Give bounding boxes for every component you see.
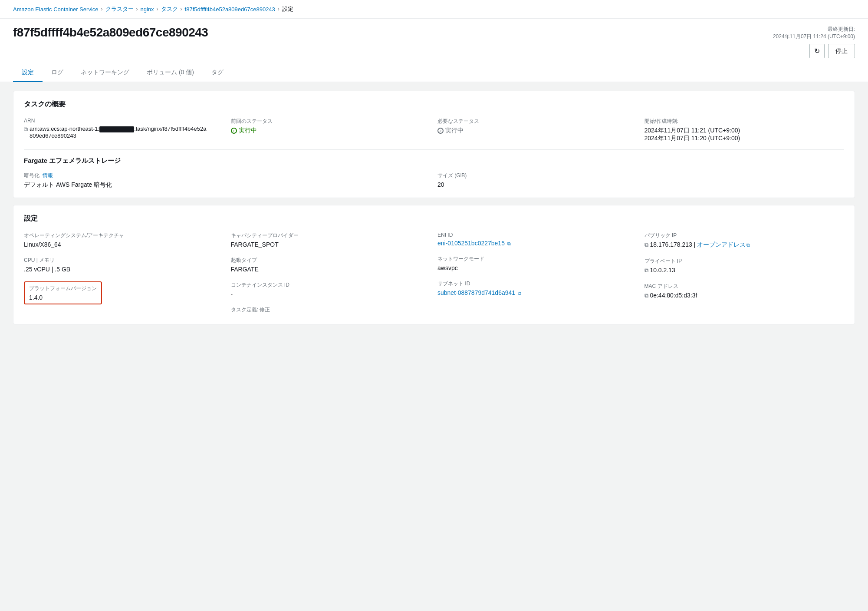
private-ip-text: 10.0.2.13 <box>650 267 675 274</box>
network-mode-label: ネットワークモード <box>437 255 638 263</box>
cpu-memory-label: CPU | メモリ <box>24 257 224 264</box>
fargate-storage-title: Fargate エフェメラルストレージ <box>24 157 844 165</box>
network-mode-item: ネットワークモード awsvpc <box>437 255 638 271</box>
settings-col4: パブリック IP ⧉ 18.176.178.213 | オープンアドレス⧉ プラ… <box>644 232 845 315</box>
storage-size-value: 20 <box>437 181 844 188</box>
encryption-info-link[interactable]: 情報 <box>43 172 53 178</box>
task-definition-label: タスク定義: 修正 <box>231 306 431 314</box>
breadcrumb-nginx-link[interactable]: nginx <box>141 6 154 13</box>
subnet-id-item: サブネット ID subnet-0887879d741d6a941 ⧉ <box>437 280 638 296</box>
launch-type-item: 起動タイプ FARGATE <box>231 257 431 273</box>
previous-status-label: 前回のステータス <box>231 118 431 125</box>
container-instance-label: コンテナインスタンス ID <box>231 281 431 289</box>
settings-col2: キャパシティープロバイダー FARGATE_SPOT 起動タイプ FARGATE… <box>231 232 431 315</box>
open-address-ext-icon: ⧉ <box>746 242 750 248</box>
capacity-provider-item: キャパシティープロバイダー FARGATE_SPOT <box>231 232 431 248</box>
start-time-label: 開始/作成時刻: <box>644 118 845 125</box>
copy-private-ip-icon[interactable]: ⧉ <box>644 267 648 274</box>
tabs: 設定 ログ ネットワーキング ボリューム (0 個) タグ <box>13 64 855 82</box>
container-instance-value: - <box>231 291 431 297</box>
platform-version-box: プラットフォームバージョン 1.4.0 <box>24 281 102 304</box>
eni-id-link[interactable]: eni-0105251bc0227be15 <box>437 240 505 247</box>
previous-status-item: 前回のステータス 実行中 <box>231 118 431 142</box>
container-instance-item: コンテナインスタンス ID - <box>231 281 431 297</box>
capacity-provider-value: FARGATE_SPOT <box>231 241 431 248</box>
subnet-id-label: サブネット ID <box>437 280 638 287</box>
os-arch-label: オペレーティングシステム/アーキテクチャ <box>24 232 224 239</box>
breadcrumb-sep-3: › <box>157 6 158 12</box>
breadcrumb-cluster-link[interactable]: クラスター <box>105 5 134 13</box>
settings-col1: オペレーティングシステム/アーキテクチャ Linux/X86_64 CPU | … <box>24 232 224 315</box>
stop-button[interactable]: 停止 <box>828 44 855 58</box>
task-definition-item: タスク定義: 修正 <box>231 306 431 315</box>
start-time-value2: 2024年11月07日 11:20 (UTC+9:00) <box>644 135 845 142</box>
settings-card: 設定 オペレーティングシステム/アーキテクチャ Linux/X86_64 CPU… <box>13 205 855 324</box>
copy-mac-icon[interactable]: ⧉ <box>644 292 648 299</box>
private-ip-item: プライベート IP ⧉ 10.0.2.13 <box>644 258 845 274</box>
capacity-provider-label: キャパシティープロバイダー <box>231 232 431 239</box>
breadcrumb: Amazon Elastic Container Service › クラスター… <box>0 0 868 19</box>
required-status-item: 必要なステータス 実行中 <box>437 118 638 142</box>
breadcrumb-task-id-link[interactable]: f87f5dffff4b4e52a809ed67ce890243 <box>185 6 275 13</box>
mac-address-label: MAC アドレス <box>644 283 845 290</box>
private-ip-value: ⧉ 10.0.2.13 <box>644 267 845 274</box>
mac-address-item: MAC アドレス ⧉ 0e:44:80:d5:d3:3f <box>644 283 845 299</box>
private-ip-label: プライベート IP <box>644 258 845 265</box>
breadcrumb-sep-5: › <box>278 6 279 12</box>
start-time-value1: 2024年11月07日 11:21 (UTC+9:00) <box>644 127 845 135</box>
refresh-button[interactable]: ↻ <box>809 44 825 58</box>
cpu-memory-item: CPU | メモリ .25 vCPU | .5 GB <box>24 257 224 273</box>
copy-arn-icon[interactable]: ⧉ <box>24 126 28 133</box>
previous-status-value: 実行中 <box>231 127 431 135</box>
last-updated-value: 2024年11月07日 11:24 (UTC+9:00) <box>773 33 855 40</box>
tab-networking[interactable]: ネットワーキング <box>72 64 138 82</box>
arn-container: ⧉ arn:aws:ecs:ap-northeast-1: :task/ngin… <box>24 126 224 139</box>
public-ip-label: パブリック IP <box>644 232 845 239</box>
arn-text: arn:aws:ecs:ap-northeast-1: :task/nginx/… <box>30 126 206 139</box>
required-status-value: 実行中 <box>437 127 638 135</box>
tab-tags[interactable]: タグ <box>203 64 232 82</box>
breadcrumb-sep-2: › <box>136 6 138 12</box>
arn-middle: :task/nginx/f87f5dffff4b4e52a <box>134 126 206 132</box>
settings-grid: オペレーティングシステム/アーキテクチャ Linux/X86_64 CPU | … <box>24 232 844 315</box>
encryption-label: 暗号化 情報 <box>24 172 431 179</box>
tab-settings[interactable]: 設定 <box>13 64 43 82</box>
fargate-storage-grid: 暗号化 情報 デフォルト AWS Fargate 暗号化 サイズ (GiB) 2… <box>24 172 844 189</box>
eni-external-icon: ⧉ <box>507 241 511 246</box>
arn-item: ARN ⧉ arn:aws:ecs:ap-northeast-1: :task/… <box>24 118 224 142</box>
breadcrumb-sep-4: › <box>181 6 182 12</box>
arn-redacted <box>99 126 134 132</box>
previous-status-text: 実行中 <box>239 127 257 135</box>
public-ip-separator: | <box>694 241 696 248</box>
last-updated: 最終更新日: 2024年11月07日 11:24 (UTC+9:00) <box>773 26 855 40</box>
breadcrumb-ecs-link[interactable]: Amazon Elastic Container Service <box>13 6 99 13</box>
settings-col3: ENI ID eni-0105251bc0227be15 ⧉ ネットワークモード… <box>437 232 638 315</box>
storage-size-item: サイズ (GiB) 20 <box>437 172 844 189</box>
required-status-label: 必要なステータス <box>437 118 638 125</box>
start-time-item: 開始/作成時刻: 2024年11月07日 11:21 (UTC+9:00) 20… <box>644 118 845 142</box>
arn-row: ⧉ arn:aws:ecs:ap-northeast-1: :task/ngin… <box>24 126 224 139</box>
network-mode-value: awsvpc <box>437 264 638 271</box>
breadcrumb-tasks-link[interactable]: タスク <box>161 5 178 13</box>
task-summary-card: タスクの概要 ARN ⧉ arn:aws:ecs:ap-northeast-1:… <box>13 91 855 198</box>
platform-version-item: プラットフォームバージョン 1.4.0 <box>24 281 224 304</box>
page-title: f87f5dffff4b4e52a809ed67ce890243 <box>13 26 208 40</box>
public-ip-text: 18.176.178.213 <box>650 241 692 248</box>
open-address-link[interactable]: オープンアドレス⧉ <box>697 241 750 249</box>
arn-label: ARN <box>24 118 224 124</box>
copy-public-ip-icon[interactable]: ⧉ <box>644 241 648 248</box>
public-ip-container: ⧉ 18.176.178.213 | オープンアドレス⧉ <box>644 241 845 249</box>
divider-1 <box>24 149 844 150</box>
mac-address-value: ⧉ 0e:44:80:d5:d3:3f <box>644 292 845 299</box>
subnet-id-link[interactable]: subnet-0887879d741d6a941 <box>437 289 515 296</box>
mac-address-text: 0e:44:80:d5:d3:3f <box>650 292 697 299</box>
platform-version-value: 1.4.0 <box>29 294 97 301</box>
header-actions: 最終更新日: 2024年11月07日 11:24 (UTC+9:00) ↻ 停止 <box>773 26 855 58</box>
tab-volumes[interactable]: ボリューム (0 個) <box>138 64 203 82</box>
public-ip-item: パブリック IP ⧉ 18.176.178.213 | オープンアドレス⧉ <box>644 232 845 249</box>
task-summary-grid: ARN ⧉ arn:aws:ecs:ap-northeast-1: :task/… <box>24 118 844 142</box>
running-circle-icon <box>231 128 237 134</box>
tab-logs[interactable]: ログ <box>43 64 72 82</box>
subnet-external-icon: ⧉ <box>518 291 521 296</box>
storage-size-label: サイズ (GiB) <box>437 172 844 179</box>
